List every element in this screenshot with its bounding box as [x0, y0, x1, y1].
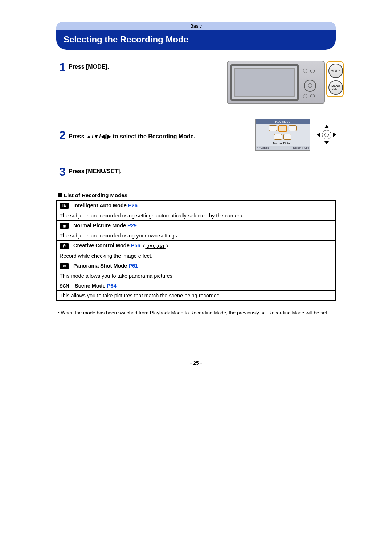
footnote: • When the mode has been switched from P…	[56, 309, 336, 317]
mode-row-header: ◉ Normal Picture Mode P29	[57, 221, 336, 231]
step-2: 2 Press ▲/▼/◀/▶ to select the Recording …	[56, 119, 336, 151]
screen-select: Select ▸ Set	[293, 146, 309, 150]
screen-title: Rec Mode	[256, 119, 310, 124]
list-heading: List of Recording Modes	[58, 192, 336, 198]
square-bullet-icon	[58, 193, 62, 197]
step-number: 1	[56, 61, 69, 73]
mode-row-desc: The subjects are recorded using settings…	[57, 211, 336, 221]
page-number: - 25 -	[56, 360, 336, 366]
scene-mode-icon: SCN	[60, 283, 71, 289]
menu-set-button-icon: MENU /SET	[328, 80, 343, 95]
mode-row-header: ▭ Panorama Shot Mode P61	[57, 261, 336, 271]
page-link[interactable]: P61	[128, 263, 138, 269]
step-3: 3 Press [MENU/SET].	[56, 165, 336, 178]
step-2-text: Press ▲/▼/◀/▶ to select the Recording Mo…	[69, 133, 195, 139]
mode-row-header: iA Intelligent Auto Mode P26	[57, 201, 336, 211]
section-chip: Basic	[56, 22, 336, 30]
mode-button-icon: MODE	[328, 64, 343, 78]
page-title: Selecting the Recording Mode	[56, 30, 336, 50]
step-1-text: Press [MODE].	[69, 64, 109, 70]
step-number: 2	[56, 129, 69, 141]
step-1: 1 Press [MODE]. MODE MENU /SET	[56, 61, 336, 104]
rec-mode-screen-mock: Rec Mode Normal Picture ↶ Cancel Select …	[255, 119, 310, 151]
mode-row-desc: This allows you to take pictures that ma…	[57, 291, 336, 301]
panorama-icon: ▭	[60, 263, 69, 269]
page-link[interactable]: P29	[127, 223, 137, 228]
mode-row-desc: The subjects are recorded using your own…	[57, 231, 336, 241]
mode-row-desc: Record while checking the image effect.	[57, 251, 336, 261]
button-callout-highlight: MODE MENU /SET	[326, 61, 344, 97]
creative-control-icon: Ø	[60, 243, 69, 249]
camera-illustration: MODE MENU /SET	[227, 61, 325, 104]
mode-row-header: SCN Scene Mode P64	[57, 281, 336, 291]
recording-modes-table: iA Intelligent Auto Mode P26 The subject…	[56, 200, 336, 301]
page-link[interactable]: P64	[107, 283, 117, 289]
dpad-icon	[318, 126, 336, 144]
mode-row-header: Ø Creative Control Mode P56 DMC-XS1	[57, 241, 336, 251]
step-3-text: Press [MENU/SET].	[69, 168, 122, 174]
mode-row-desc: This mode allows you to take panorama pi…	[57, 271, 336, 281]
device-badge: DMC-XS1	[143, 244, 168, 249]
direction-arrows: ▲/▼/◀/▶	[86, 133, 111, 139]
screen-caption: Normal Picture	[256, 141, 310, 146]
normal-picture-icon: ◉	[60, 223, 69, 229]
intelligent-auto-icon: iA	[60, 203, 69, 209]
page-link[interactable]: P56	[131, 243, 140, 248]
screen-cancel: ↶ Cancel	[257, 146, 269, 150]
step-number: 3	[56, 165, 69, 178]
page-link[interactable]: P26	[128, 203, 138, 208]
